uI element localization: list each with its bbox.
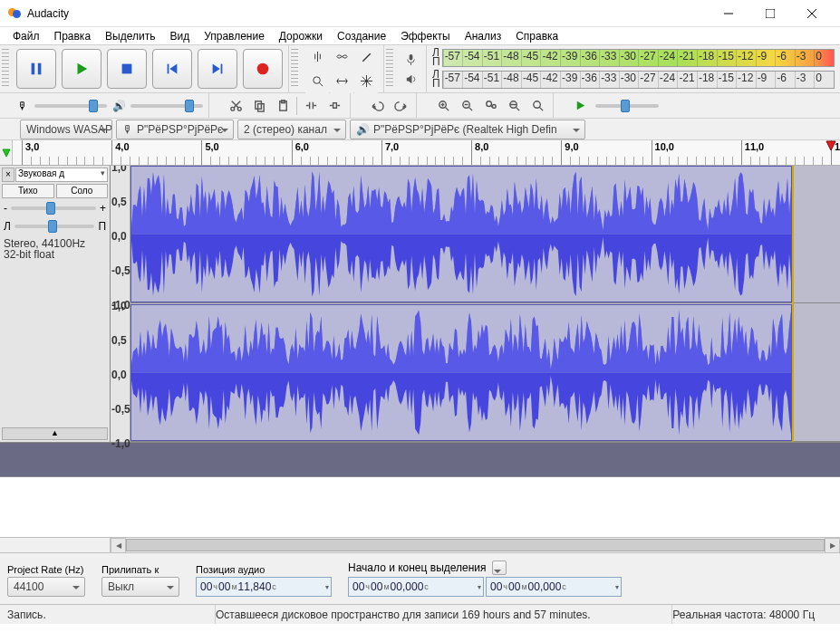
undo-icon[interactable] — [365, 95, 389, 117]
svg-point-12 — [257, 63, 269, 75]
skip-end-button[interactable] — [198, 49, 237, 89]
svg-marker-30 — [3, 149, 10, 157]
quick-play-region-icon[interactable] — [826, 140, 836, 151]
menu-edit[interactable]: Правка — [47, 28, 99, 44]
gain-slider-row: - + — [2, 200, 108, 216]
timeshift-tool-icon[interactable] — [330, 70, 353, 93]
menu-tracks[interactable]: Дорожки — [272, 28, 330, 44]
selection-tool-icon[interactable] — [305, 45, 329, 69]
snap-label: Прилипать к — [101, 564, 179, 575]
svg-rect-7 — [122, 64, 132, 74]
scroll-left-button[interactable]: ◀ — [111, 538, 126, 553]
pan-slider-row: Л П — [2, 218, 108, 235]
stop-button[interactable] — [107, 49, 147, 89]
svg-point-13 — [313, 77, 320, 84]
close-button[interactable] — [791, 0, 833, 27]
solo-button[interactable]: Соло — [56, 184, 109, 198]
playback-meter[interactable]: ЛП -57-54-51-48-45-42-39-36-33-30-27-24-… — [432, 69, 835, 91]
cut-icon[interactable] — [224, 95, 247, 117]
pin-indicator[interactable] — [0, 140, 13, 165]
horizontal-scrollbar[interactable]: ◀ ▶ — [0, 537, 840, 552]
project-rate-group: Project Rate (Hz) 44100 — [7, 564, 85, 597]
edit-toolbar — [220, 93, 351, 118]
silence-icon[interactable] — [323, 95, 346, 117]
svg-line-14 — [319, 82, 323, 86]
gain-slider[interactable] — [11, 206, 96, 210]
menu-effects[interactable]: Эффекты — [393, 28, 458, 44]
menu-select[interactable]: Выделить — [98, 28, 162, 44]
minimize-button[interactable] — [708, 0, 749, 27]
audio-clip[interactable] — [130, 304, 792, 441]
svg-point-28 — [533, 101, 540, 109]
svg-rect-4 — [32, 63, 35, 75]
zoom-out-icon[interactable] — [455, 95, 478, 117]
paste-icon[interactable] — [271, 95, 294, 117]
track-close-button[interactable]: × — [2, 168, 14, 182]
play-speed-button[interactable] — [570, 95, 590, 117]
project-rate-combo[interactable]: 44100 — [7, 577, 85, 597]
channel-left[interactable] — [130, 166, 840, 303]
skip-start-button[interactable] — [152, 49, 192, 89]
maximize-button[interactable] — [749, 0, 791, 27]
track-name-dropdown[interactable]: Звуковая д — [15, 168, 108, 182]
menu-transport[interactable]: Управление — [197, 28, 272, 44]
play-meter-track[interactable]: -57-54-51-48-45-42-39-36-33-30-27-24-21-… — [442, 71, 835, 89]
audio-host-combo[interactable]: Windows WASAPI — [20, 120, 112, 139]
rec-volume-slider[interactable] — [34, 104, 107, 108]
speaker-icon[interactable] — [399, 69, 422, 89]
mute-button[interactable]: Тихо — [2, 184, 54, 198]
draw-tool-icon[interactable] — [354, 45, 378, 69]
audio-position-display[interactable]: 00ч 00м 11,840с ▾ — [196, 577, 332, 597]
channel-right[interactable] — [130, 304, 840, 442]
toolbar-top: ЛП -57-54-51-48-45-42-39-36-33-30-27-24-… — [0, 45, 840, 93]
svg-marker-6 — [78, 63, 88, 75]
play-device-combo[interactable]: 🔊Р"РёРЅР°РјРёРє (Realtek High Defin — [350, 120, 585, 139]
scroll-right-button[interactable]: ▶ — [825, 538, 840, 553]
timeline-ruler[interactable]: 3,04,05,06,07,08,09,010,011,012,0 — [0, 140, 840, 166]
menu-file[interactable]: Файл — [5, 28, 47, 44]
toolbar-grip[interactable] — [291, 49, 298, 89]
toolbar-grip[interactable] — [386, 49, 393, 89]
selection-start-display[interactable]: 00ч 00м 00,000с ▾ — [348, 577, 484, 597]
rec-meter-track[interactable]: -57-54-51-48-45-42-39-36-33-30-27-24-21-… — [442, 49, 835, 67]
play-volume-slider[interactable] — [130, 104, 203, 108]
redo-icon[interactable] — [389, 95, 412, 117]
rec-channels-combo[interactable]: 2 (стерео) канал — [237, 120, 346, 139]
envelope-tool-icon[interactable] — [330, 45, 353, 69]
menu-generate[interactable]: Создание — [330, 28, 393, 44]
menu-help[interactable]: Справка — [508, 28, 565, 44]
multi-tool-icon[interactable] — [354, 70, 378, 93]
rec-device-combo[interactable]: 🎙Р"РёРЅР°РјРёРє — [116, 120, 234, 139]
waveform-area[interactable]: 1,00,50,0-0,5-1,01,00,50,0-0,5-1,0 — [111, 166, 840, 442]
copy-icon[interactable] — [247, 95, 271, 117]
audio-clip[interactable] — [130, 166, 792, 302]
menu-view[interactable]: Вид — [162, 28, 197, 44]
snap-group: Прилипать к Выкл — [101, 564, 179, 597]
record-button[interactable] — [243, 49, 283, 89]
svg-rect-15 — [409, 53, 412, 60]
speed-slider[interactable] — [595, 104, 659, 108]
selection-mode-dropdown[interactable] — [492, 561, 507, 575]
app-title: Audacity — [27, 7, 69, 20]
menu-analyze[interactable]: Анализ — [458, 28, 509, 44]
play-button[interactable] — [62, 49, 101, 89]
svg-rect-11 — [221, 64, 223, 74]
track-collapse-button[interactable]: ▲ — [2, 427, 108, 440]
fit-project-icon[interactable] — [502, 95, 526, 117]
toolbar-grip[interactable] — [2, 49, 9, 89]
zoom-toggle-icon[interactable] — [526, 95, 549, 117]
tracks-area: × Звуковая д Тихо Соло - + Л П Stereo, 4… — [0, 166, 840, 477]
mic-icon[interactable] — [399, 49, 422, 69]
snap-combo[interactable]: Выкл — [101, 577, 179, 597]
pan-slider[interactable] — [14, 225, 95, 228]
statusbar: Запись. Оставшееся дисковое пространство… — [0, 604, 840, 624]
pause-button[interactable] — [16, 49, 56, 89]
selection-end-display[interactable]: 00ч 00м 00,000с ▾ — [486, 577, 622, 597]
zoom-in-icon[interactable] — [431, 95, 455, 117]
meters: ЛП -57-54-51-48-45-42-39-36-33-30-27-24-… — [427, 45, 840, 92]
status-mid: Оставшееся дисковое пространство для зап… — [216, 605, 672, 624]
fit-selection-icon[interactable] — [478, 95, 502, 117]
trim-icon[interactable] — [299, 95, 323, 117]
zoom-tool-icon[interactable] — [305, 70, 329, 93]
recording-meter[interactable]: ЛП -57-54-51-48-45-42-39-36-33-30-27-24-… — [432, 47, 835, 69]
